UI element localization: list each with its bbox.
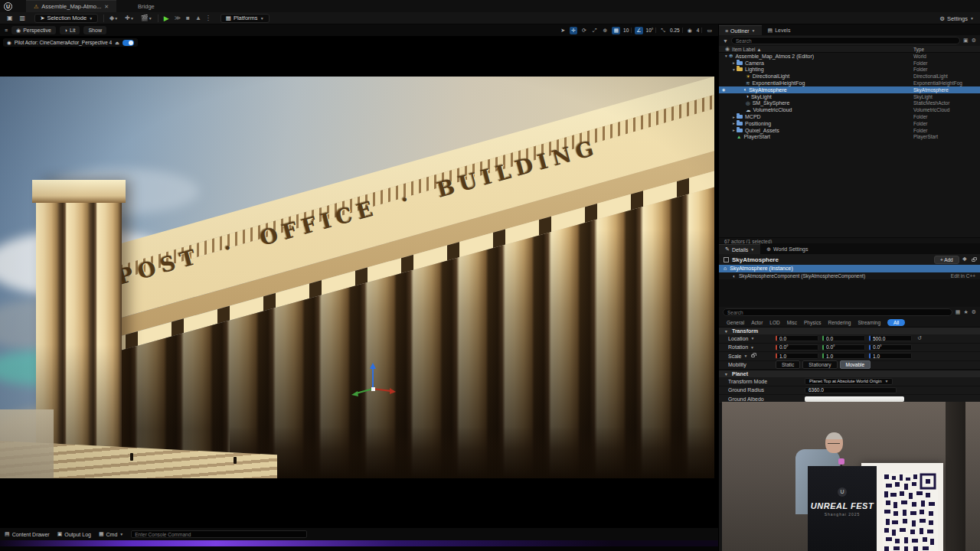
platforms-dropdown[interactable]: ▦ Platforms ▼ xyxy=(220,14,270,23)
outliner-row-volumetric-cloud[interactable]: ☁ VolumetricCloud VolumetricCloud xyxy=(719,106,980,113)
viewport-options-icon[interactable]: ≡ xyxy=(5,28,8,33)
grid-snap-value[interactable]: 10 xyxy=(623,28,632,33)
asset-tab-bridge[interactable]: Bridge xyxy=(130,0,162,12)
launch-icon[interactable]: ▲ xyxy=(195,15,201,21)
camera-speed-value[interactable]: 4 xyxy=(697,28,703,33)
tab-outliner[interactable]: ≡ Outliner ▼ xyxy=(719,25,762,35)
expander-icon[interactable] xyxy=(731,67,737,72)
filter-misc[interactable]: Misc xyxy=(787,320,797,325)
source-control-icon[interactable]: ▥ xyxy=(20,15,26,21)
outliner-row-world[interactable]: ⊕ Assemble_Map_Atmos 2 (Editor) World xyxy=(719,53,980,60)
perspective-dropdown[interactable]: ◉ Perspective xyxy=(11,26,56,34)
blueprint-convert-icon[interactable]: ❖ xyxy=(962,256,967,262)
tab-world-settings[interactable]: ⊕ World Settings xyxy=(760,244,814,254)
outliner-row-player-start[interactable]: ▲ PlayerStart PlayerStart xyxy=(719,134,980,141)
details-search-input[interactable] xyxy=(723,308,952,316)
new-folder-icon[interactable]: ▣ xyxy=(963,37,969,44)
mobility-movable-button[interactable]: Movable xyxy=(840,360,871,369)
transform-mode-dropdown[interactable]: Planet Top at Absolute World Origin ▼ xyxy=(805,378,893,385)
outliner-settings-icon[interactable]: ⚙ xyxy=(972,37,976,44)
play-button[interactable]: ▶ xyxy=(164,15,169,22)
save-icon[interactable]: ▣ xyxy=(7,15,13,21)
expander-icon[interactable] xyxy=(724,54,729,58)
location-z-field[interactable]: 500.0 xyxy=(869,335,912,341)
outliner-row-directional-light[interactable]: ☀ DirectionalLight DirectionalLight xyxy=(719,73,980,80)
chevron-down-icon[interactable]: ▼ xyxy=(744,354,748,358)
tab-levels[interactable]: ▤ Levels xyxy=(762,25,797,35)
stop-icon[interactable]: ■ xyxy=(186,15,190,21)
console-command-input[interactable] xyxy=(131,530,307,538)
add-component-button[interactable]: + Add xyxy=(934,256,959,264)
chevron-down-icon[interactable]: ▼ xyxy=(750,345,754,350)
mobility-stationary-button[interactable]: Stationary xyxy=(802,360,837,369)
skip-frame-icon[interactable]: ≫ xyxy=(175,15,181,21)
details-settings-icon[interactable]: ⚙ xyxy=(972,309,976,315)
blueprints-icon[interactable]: ✚▼ xyxy=(125,15,134,21)
section-planet[interactable]: Planet xyxy=(719,370,980,377)
rotate-tool-icon[interactable]: ⟳ xyxy=(580,27,588,34)
outliner-row-height-fog[interactable]: ≋ ExponentialHeightFog ExponentialHeight… xyxy=(719,80,980,86)
filter-streaming[interactable]: Streaming xyxy=(858,320,880,325)
component-row-skyatmosphere-component[interactable]: ◐ SkyAtmosphereComponent (SkyAtmosphereC… xyxy=(719,272,980,280)
outliner-row-camera[interactable]: Camera Folder xyxy=(719,60,980,67)
pilot-toggle[interactable] xyxy=(122,40,134,46)
location-y-field[interactable]: 0.0 xyxy=(822,335,865,341)
scale-snap-value[interactable]: 0.25 xyxy=(670,28,683,33)
edit-in-cpp-link[interactable]: Edit in C++ xyxy=(951,273,975,279)
favorites-star-icon[interactable]: ★ xyxy=(963,309,968,315)
eject-pilot-icon[interactable]: ⏏ xyxy=(115,40,119,45)
move-tool-icon[interactable]: ✛ xyxy=(570,27,577,34)
scale-lock-icon[interactable] xyxy=(751,354,755,357)
outliner-row-quixel-assets[interactable]: Quixel_Assets Folder xyxy=(719,127,980,134)
scale-y-field[interactable]: 1.0 xyxy=(822,353,865,359)
expander-icon[interactable] xyxy=(731,121,737,126)
rotation-snap-value[interactable]: 10° xyxy=(646,28,657,33)
content-drawer-button[interactable]: ▤ Content Drawer xyxy=(5,531,50,537)
selection-mode-dropdown[interactable]: ➤ Selection Mode ▼ xyxy=(34,14,98,23)
outliner-row-positioning[interactable]: Positioning Folder xyxy=(719,120,980,127)
visibility-eye-icon[interactable]: ◉ xyxy=(722,87,725,92)
asset-tab-assemble-map[interactable]: ⚠ Assemble_Map-Atmo... ✕ xyxy=(26,0,116,12)
expander-icon[interactable] xyxy=(731,128,737,132)
tab-details[interactable]: ✎ Details ▼ xyxy=(719,244,760,254)
expander-icon[interactable] xyxy=(731,115,737,119)
filter-rendering[interactable]: Rendering xyxy=(828,320,851,325)
chevron-down-icon[interactable]: ▼ xyxy=(750,336,754,341)
outliner-row-sky-light[interactable]: ◑ SkyLight SkyLight xyxy=(719,93,980,100)
property-matrix-icon[interactable]: ▦ xyxy=(956,309,961,315)
add-actor-icon[interactable]: ◆▼ xyxy=(109,15,118,21)
play-options-kebab-icon[interactable]: ⋮ xyxy=(205,15,211,21)
output-log-button[interactable]: ▣ Output Log xyxy=(57,531,91,537)
pilot-actor-badge[interactable]: ◉ Pilot Actor: CineCameraActor_Perspecti… xyxy=(3,38,138,47)
item-label-column[interactable]: Item Label ▲ xyxy=(732,47,762,52)
expander-icon[interactable] xyxy=(731,60,737,65)
scale-tool-icon[interactable]: ⤢ xyxy=(591,27,599,34)
rotation-z-field[interactable]: 0.0° xyxy=(869,344,912,350)
world-coordinate-icon[interactable]: ⊕ xyxy=(602,27,609,34)
outliner-row-lighting[interactable]: Lighting Folder xyxy=(719,67,980,73)
outliner-search-input[interactable] xyxy=(731,37,960,44)
lock-details-icon[interactable] xyxy=(970,257,975,262)
filter-funnel-icon[interactable]: ▼ xyxy=(723,38,728,44)
rotation-x-field[interactable]: 0.0° xyxy=(776,344,818,350)
outliner-row-sky-atmosphere[interactable]: ◉ ◐ SkyAtmosphere SkyAtmosphere xyxy=(719,86,980,93)
cmd-dropdown[interactable]: ▦ Cmd ▼ xyxy=(99,531,123,537)
cinematics-icon[interactable]: 🎬▼ xyxy=(141,15,152,21)
scale-z-field[interactable]: 1.0 xyxy=(869,353,912,359)
show-dropdown[interactable]: Show xyxy=(83,26,106,34)
outliner-row-mcpd[interactable]: MCPD Folder xyxy=(719,113,980,120)
location-x-field[interactable]: 0.0 xyxy=(776,335,818,341)
view-mode-dropdown[interactable]: ◑ Lit xyxy=(60,26,80,34)
maximize-viewport-icon[interactable]: ▭ xyxy=(705,27,714,34)
outliner-row-sky-sphere[interactable]: ◎ SM_SkySphere StaticMeshActor xyxy=(719,100,980,107)
filter-lod[interactable]: LOD xyxy=(769,320,779,325)
section-transform[interactable]: Transform xyxy=(719,327,980,334)
rotation-y-field[interactable]: 0.0° xyxy=(822,344,865,350)
reset-to-default-icon[interactable]: ↺ xyxy=(917,335,922,341)
ground-radius-field[interactable]: 6360.0 xyxy=(805,387,897,393)
filter-actor[interactable]: Actor xyxy=(751,320,763,325)
ground-albedo-color-swatch[interactable] xyxy=(805,396,904,402)
camera-speed-icon[interactable]: ◉ xyxy=(686,27,694,34)
outliner-column-header[interactable]: ◉ Item Label ▲ Type xyxy=(719,46,980,53)
settings-dropdown[interactable]: ⚙ Settings ▼ xyxy=(939,12,974,24)
